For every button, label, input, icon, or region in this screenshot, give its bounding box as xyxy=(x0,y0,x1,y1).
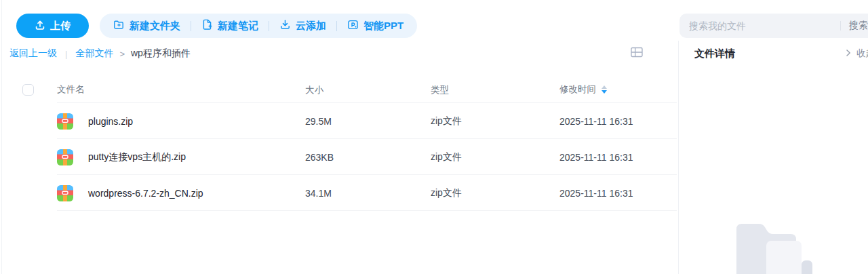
cloud-add-button[interactable]: 云添加 xyxy=(279,19,326,33)
file-modified: 2025-11-11 16:31 xyxy=(559,116,633,127)
file-size: 29.5M xyxy=(305,116,332,127)
panel-divider xyxy=(678,41,679,274)
file-size: 263KB xyxy=(305,152,334,163)
select-all-checkbox[interactable] xyxy=(22,84,34,96)
new-note-label: 新建笔记 xyxy=(218,20,258,33)
search-bar: 搜索 xyxy=(679,14,868,38)
collapse-label: 收起 xyxy=(856,47,868,60)
search-input[interactable] xyxy=(689,20,835,31)
collapse-button[interactable]: 收起 xyxy=(845,47,868,60)
search-separator xyxy=(840,21,841,31)
zip-archive-icon xyxy=(57,113,73,130)
file-modified: 2025-11-11 16:31 xyxy=(559,152,633,163)
toolbar-separator xyxy=(269,21,269,31)
new-folder-button[interactable]: 新建文件夹 xyxy=(113,19,180,33)
new-note-icon xyxy=(201,19,213,33)
file-name[interactable]: plugins.zip xyxy=(88,116,133,127)
file-name[interactable]: putty连接vps主机的.zip xyxy=(88,151,186,163)
toolbar-separator xyxy=(336,21,337,31)
file-type: zip文件 xyxy=(431,187,462,198)
smart-ppt-label: 智能PPT xyxy=(363,20,403,33)
column-header-type[interactable]: 类型 xyxy=(431,85,449,95)
search-button[interactable]: 搜索 xyxy=(849,20,868,32)
details-panel-title: 文件详情 xyxy=(694,47,735,60)
table-header-row: 文件名 大小 类型 修改时间 xyxy=(0,76,677,103)
cloud-add-label: 云添加 xyxy=(296,20,326,33)
breadcrumb-chevron: > xyxy=(119,49,125,59)
file-manager-app: 上传 新建文件夹 新建笔记 xyxy=(0,0,868,274)
file-type: zip文件 xyxy=(431,115,462,126)
toolbar-action-group: 新建文件夹 新建笔记 云添加 xyxy=(100,14,417,38)
chevron-right-icon xyxy=(845,49,852,59)
file-name[interactable]: wordpress-6.7.2-zh_CN.zip xyxy=(88,188,203,199)
breadcrumb: 返回上一级 | 全部文件 > wp程序和插件 xyxy=(9,45,677,62)
file-size: 34.1M xyxy=(305,188,332,199)
breadcrumb-current-folder: wp程序和插件 xyxy=(131,47,191,60)
new-folder-icon xyxy=(113,19,125,33)
upload-button-label: 上传 xyxy=(50,20,71,33)
file-type: zip文件 xyxy=(431,151,462,162)
breadcrumb-back-link[interactable]: 返回上一级 xyxy=(9,47,57,60)
zip-archive-icon xyxy=(57,185,73,201)
sort-icon[interactable] xyxy=(601,85,607,94)
column-header-modified[interactable]: 修改时间 xyxy=(559,83,596,96)
toolbar-separator xyxy=(191,21,191,31)
details-panel-header: 文件详情 收起 xyxy=(694,46,868,61)
toolbar: 上传 新建文件夹 新建笔记 xyxy=(16,14,417,38)
new-folder-label: 新建文件夹 xyxy=(130,20,180,33)
smart-ppt-button[interactable]: 智能PPT xyxy=(347,19,403,33)
table-row[interactable]: putty连接vps主机的.zip 263KB zip文件 2025-11-11… xyxy=(0,139,677,175)
zip-archive-icon xyxy=(57,149,73,165)
upload-button[interactable]: 上传 xyxy=(16,14,89,38)
new-note-button[interactable]: 新建笔记 xyxy=(201,19,258,33)
file-table: 文件名 大小 类型 修改时间 xyxy=(0,76,677,211)
upload-icon xyxy=(35,20,45,33)
file-modified: 2025-11-11 16:31 xyxy=(559,188,633,199)
breadcrumb-root-link[interactable]: 全部文件 xyxy=(75,47,113,60)
column-header-size[interactable]: 大小 xyxy=(305,85,323,95)
column-header-name[interactable]: 文件名 xyxy=(57,83,85,96)
table-row[interactable]: wordpress-6.7.2-zh_CN.zip 34.1M zip文件 20… xyxy=(0,175,677,211)
cloud-add-icon xyxy=(279,19,291,33)
smart-ppt-icon xyxy=(347,19,359,33)
breadcrumb-pipe: | xyxy=(65,49,67,59)
table-row[interactable]: plugins.zip 29.5M zip文件 2025-11-11 16:31 xyxy=(0,103,677,139)
grid-view-icon[interactable] xyxy=(631,47,643,58)
folder-illustration xyxy=(736,218,818,274)
